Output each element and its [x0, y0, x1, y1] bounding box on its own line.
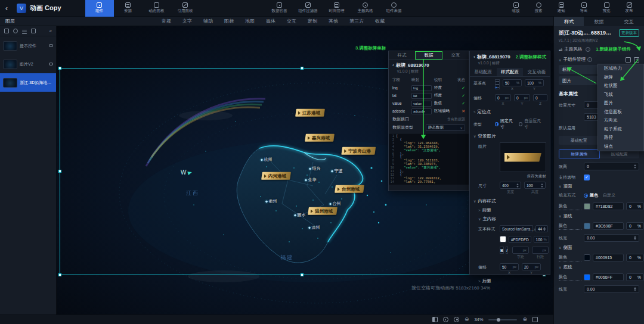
tool-data-container[interactable]: 数据容器: [265, 0, 294, 17]
menu-item-flyline[interactable]: 飞线: [598, 91, 643, 99]
italic-button[interactable]: I: [506, 247, 508, 254]
category-tab[interactable]: 地图: [245, 18, 255, 24]
menu-item-label[interactable]: 标牌: [598, 73, 643, 82]
menu-item-particle-system[interactable]: 粒子系统: [598, 125, 643, 134]
nav-resources[interactable]: 资源: [114, 0, 143, 17]
color-swatch[interactable]: [584, 223, 590, 229]
line-width-input[interactable]: 0.00: [584, 234, 639, 242]
tab-style[interactable]: 样式: [554, 17, 584, 26]
tab-interaction-anim[interactable]: 交互动画: [523, 68, 550, 76]
save-as-asset-link[interactable]: 保存为素材: [473, 174, 546, 179]
width-input[interactable]: 400: [500, 182, 521, 189]
eye-icon[interactable]: [49, 44, 53, 47]
layer-delete-icon[interactable]: [31, 29, 36, 33]
tab-basic-config[interactable]: 基础配置: [470, 68, 497, 76]
section-prefix[interactable]: >前缀: [478, 207, 546, 213]
update-version-button[interactable]: 更新版本: [619, 29, 639, 37]
fit-canvas-icon[interactable]: [532, 317, 538, 322]
section-side-face[interactable]: ∨侧面: [559, 245, 639, 251]
color-swatch[interactable]: [584, 254, 590, 261]
layer-list-icon[interactable]: [22, 30, 27, 30]
layer-item-tooltip-control[interactable]: 提示控件: [0, 36, 56, 55]
resize-handle[interactable]: [58, 67, 61, 70]
font-alpha-input[interactable]: 100%: [534, 236, 549, 243]
action-export[interactable]: 导出: [572, 0, 595, 17]
category-tab[interactable]: 图标: [224, 18, 234, 24]
action-publish[interactable]: 发布: [618, 0, 640, 17]
section-top-line[interactable]: ∨顶线: [559, 213, 639, 219]
text-offset-x-input[interactable]: 50px: [500, 263, 519, 270]
anchor-x-input[interactable]: 50%: [503, 79, 522, 86]
radio-fixed-size[interactable]: 固定尺寸: [495, 118, 514, 130]
alpha-support-checkbox[interactable]: ✓: [584, 175, 590, 180]
layout-toggle-icon[interactable]: [432, 317, 438, 322]
category-tab[interactable]: 媒体: [266, 18, 275, 24]
category-tab[interactable]: 交互: [287, 18, 296, 24]
tool-theme-style[interactable]: 主题风格: [351, 0, 380, 17]
resize-handle[interactable]: [301, 273, 304, 276]
action-notification[interactable]: 通知: [550, 0, 572, 17]
tab-interaction[interactable]: 交互: [614, 17, 644, 26]
menu-item-directional-light[interactable]: 方向光: [598, 116, 643, 125]
font-size-input[interactable]: 44: [535, 225, 548, 232]
resize-handle[interactable]: [58, 170, 61, 173]
menu-item-region-heat[interactable]: 区域热力: [598, 64, 643, 73]
action-preview[interactable]: 预览: [595, 0, 618, 17]
color-alpha-input[interactable]: 0%: [626, 254, 644, 261]
nav-components[interactable]: 组件: [85, 0, 114, 17]
kerning-input[interactable]: px: [512, 247, 529, 254]
back-icon[interactable]: ‹: [473, 54, 475, 60]
category-tab[interactable]: 辅助: [203, 18, 213, 24]
section-main-content[interactable]: ∨主内容: [478, 216, 546, 222]
image-preview[interactable]: [500, 142, 546, 172]
section-bottom-line[interactable]: ∨底线: [559, 264, 639, 270]
section-background-image[interactable]: ∨背景图片: [473, 133, 546, 139]
action-zoom[interactable]: 缩放: [504, 0, 527, 17]
eye-icon[interactable]: [49, 63, 53, 66]
section-content-style[interactable]: ∨内容样式: [473, 198, 546, 204]
tool-filter[interactable]: 组件过滤器: [294, 0, 323, 17]
locate-icon[interactable]: [443, 317, 448, 322]
category-tab[interactable]: 第三方: [349, 18, 364, 24]
back-icon[interactable]: ‹: [392, 63, 394, 68]
theme-style-label[interactable]: 主题风格: [564, 46, 582, 52]
font-color-swatch[interactable]: [500, 236, 506, 242]
offset-y-input[interactable]: 0px: [514, 94, 530, 101]
tab-style-config[interactable]: 样式配置: [497, 68, 524, 76]
color-hex-input[interactable]: #000915: [593, 254, 624, 261]
line-height-input[interactable]: px: [532, 247, 549, 254]
nav-reference-panel[interactable]: 引用面板: [171, 0, 200, 17]
offset-z-input[interactable]: 0: [533, 94, 547, 101]
tool-time-manage[interactable]: 时间管理: [323, 0, 351, 17]
section-pin-point[interactable]: >定位点: [473, 109, 546, 115]
color-hex-input[interactable]: #718D82: [593, 202, 624, 210]
layer-item-image-v2[interactable]: 图片V2: [0, 55, 56, 73]
font-select[interactable]: SourceHanSans...∨: [500, 225, 533, 232]
color-hex-input[interactable]: #0066FF: [593, 273, 624, 281]
offset-x-input[interactable]: 0px: [495, 94, 511, 101]
line-width-input[interactable]: 0.00: [584, 285, 639, 293]
color-alpha-input[interactable]: 0%: [626, 273, 644, 281]
height-limit-input[interactable]: 0: [584, 163, 639, 170]
color-swatch[interactable]: [584, 203, 590, 210]
static-data-code-editor[interactable]: 1[ 2 { 3 "lng": 121.064348, 4 "lat": 31.…: [389, 133, 469, 185]
color-alpha-input[interactable]: 0%: [626, 222, 644, 230]
color-hex-input[interactable]: #3C698F: [593, 222, 624, 230]
tab-data[interactable]: 数据: [415, 51, 442, 60]
mapping-input[interactable]: value: [411, 101, 432, 107]
resize-handle[interactable]: [58, 273, 61, 276]
layer-locate-icon[interactable]: [13, 29, 18, 33]
tab-interaction[interactable]: 交互: [442, 51, 469, 60]
tab-label-attrs[interactable]: 标牌属性: [559, 149, 600, 158]
radio-fill-color[interactable]: 颜色: [584, 192, 598, 198]
zoom-in-icon[interactable]: ⊕: [522, 317, 527, 322]
category-tab[interactable]: 其他: [329, 18, 338, 24]
menu-item-path[interactable]: 路径: [598, 133, 643, 142]
history-icon[interactable]: [454, 317, 459, 322]
text-offset-y-input[interactable]: 20px: [522, 263, 541, 270]
action-search[interactable]: 搜索: [527, 0, 550, 17]
bold-button[interactable]: B: [500, 247, 504, 254]
category-tab[interactable]: 定制: [308, 18, 317, 24]
collapse-sidebar-icon[interactable]: «: [49, 29, 52, 34]
data-source-select[interactable]: 静态数据∨: [426, 124, 465, 131]
